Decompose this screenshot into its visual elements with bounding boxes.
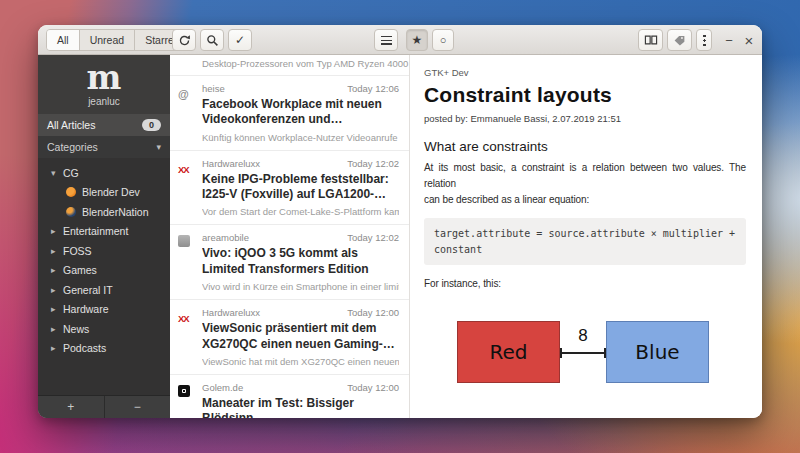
close-button[interactable]: × [740,29,758,51]
list-item[interactable]: XX Hardwareluxx Today 12:00 ViewSonic pr… [170,300,409,375]
hamburger-icon [381,36,392,45]
feed-tree: ▾ CG Blender Dev BlenderNation ▸ Enterta… [38,158,170,395]
item-date: Today 12:00 [347,307,399,318]
account-username: jeanluc [38,96,170,107]
sidebar-item-entertainment[interactable]: ▸ Entertainment [38,222,170,242]
all-articles-label: All Articles [47,119,95,131]
sidebar-item-blender-dev[interactable]: Blender Dev [38,183,170,203]
expander-icon: ▸ [51,226,63,236]
item-date: Today 12:06 [347,83,399,94]
headerbar[interactable]: All Unread Starred ✓ ★ ○ [38,25,762,55]
tag-icon [673,34,686,47]
unread-toggle-button[interactable]: ○ [432,29,454,51]
expander-icon: ▸ [51,285,63,295]
item-title: Facebook Workplace mit neuen Videokonfer… [202,97,399,128]
sidebar-item-hardware[interactable]: ▸ Hardware [38,300,170,320]
feed-name: areamobile [202,232,249,243]
item-summary: ViewSonic hat mit dem XG270QC einen neue… [202,356,399,367]
feed-name: Hardwareluxx [202,158,260,169]
blue-box: Blue [606,321,709,383]
list-item[interactable]: Golem.de Today 12:00 Maneater im Test: B… [170,375,409,418]
item-title: Maneater im Test: Bissiger Blödsinn [202,396,399,418]
sidebar-item-podcasts[interactable]: ▸ Podcasts [38,339,170,359]
sidebar-item-general-it[interactable]: ▸ General IT [38,280,170,300]
list-item[interactable]: areamobile Today 12:02 Vivo: iQOO 3 5G k… [170,225,409,300]
sidebar-item-news[interactable]: ▸ News [38,319,170,339]
list-item[interactable]: XX Hardwareluxx Today 12:02 Keine IPG-Pr… [170,151,409,226]
code-line: target.attribute = source.attribute × mu… [434,226,736,242]
sidebar-item-games[interactable]: ▸ Games [38,261,170,281]
sidebar-item-all-articles[interactable]: All Articles 0 [38,114,170,136]
article-feed-label: GTK+ Dev [424,67,746,78]
category-label: Hardware [63,303,109,315]
star-toggle-button[interactable]: ★ [406,29,428,51]
item-date: Today 12:00 [347,382,399,393]
star-icon: ★ [412,33,423,47]
check-icon: ✓ [235,33,245,47]
sidebar: m jeanluc All Articles 0 Categories ▾ ▾ … [38,55,170,418]
minus-icon: − [134,400,141,414]
article-pane[interactable]: GTK+ Dev Constraint layouts posted by: E… [410,55,762,418]
category-label: News [63,323,89,335]
item-summary: Vor dem Start der Comet-Lake-S-Plattform… [202,206,399,217]
section-heading: What are constraints [424,139,746,154]
code-block: target.attribute = source.attribute × mu… [424,218,746,265]
golem-favicon [178,385,190,397]
areamobile-favicon [178,235,190,247]
article-byline: posted by: Emmanuele Bassi, 2.07.2019 21… [424,113,746,124]
categories-label: Categories [47,141,98,153]
kebab-icon [703,34,706,47]
blender-dev-favicon [66,187,76,197]
heise-favicon: @ [178,88,189,100]
item-date: Today 12:02 [347,232,399,243]
unread-count-badge: 0 [142,119,161,131]
constraint-diagram: Red 8 Blue [424,293,746,413]
sidebar-item-cg[interactable]: ▾ CG [38,163,170,183]
account-header: m jeanluc [38,55,170,114]
book-icon [644,34,658,46]
add-feed-button[interactable]: + [38,396,105,418]
refresh-icon [178,34,191,47]
filter-group: All Unread Starred [46,29,191,51]
list-menu-button[interactable] [374,29,398,51]
feedreader-window: All Unread Starred ✓ ★ ○ [38,25,762,418]
red-box: Red [457,321,560,383]
more-menu-button[interactable] [696,29,712,51]
item-title: Vivo: iQOO 3 5G kommt als Limited Transf… [202,246,399,277]
blendernation-favicon [66,207,76,217]
refresh-button[interactable] [172,29,196,51]
paragraph: For instance, this: [424,278,746,289]
item-title: ViewSonic präsentiert mit dem XG270QC ei… [202,321,399,352]
expander-icon: ▸ [51,265,63,275]
remove-feed-button[interactable]: − [105,396,171,418]
category-label: Entertainment [63,225,128,237]
minimize-button[interactable]: − [720,29,738,51]
sidebar-footer: + − [38,395,170,418]
minimize-icon: − [725,33,733,48]
bookmarks-button[interactable] [638,29,663,51]
item-summary: Vivo wird in Kürze ein Smartphone in ein… [202,281,399,292]
mark-read-button[interactable]: ✓ [228,29,252,51]
app-logo: m [38,61,170,95]
category-label: FOSS [63,245,92,257]
sidebar-item-blendernation[interactable]: BlenderNation [38,202,170,222]
article-list[interactable]: Desktop-Prozessoren vom Typ AMD Ryzen 40… [170,55,410,418]
plus-icon: + [67,400,74,414]
categories-header[interactable]: Categories ▾ [38,136,170,158]
category-label: CG [63,167,79,179]
spacing-label: 8 [560,326,606,346]
feed-name: Hardwareluxx [202,307,260,318]
chevron-down-icon: ▾ [156,142,161,152]
feed-name: Golem.de [202,382,243,393]
list-item[interactable]: @ heise Today 12:06 Facebook Workplace m… [170,76,409,151]
filter-all-button[interactable]: All [47,30,80,50]
expander-icon: ▾ [51,168,63,178]
sidebar-item-foss[interactable]: ▸ FOSS [38,241,170,261]
desktop-wallpaper: All Unread Starred ✓ ★ ○ [0,0,800,453]
filter-unread-button[interactable]: Unread [80,30,135,50]
tag-button[interactable] [667,29,692,51]
item-summary: Künftig können Workplace-Nutzer Videoanr… [202,132,399,143]
search-button[interactable] [200,29,224,51]
expander-icon: ▸ [51,304,63,314]
list-item-partial[interactable]: Desktop-Prozessoren vom Typ AMD Ryzen 40… [170,55,409,76]
